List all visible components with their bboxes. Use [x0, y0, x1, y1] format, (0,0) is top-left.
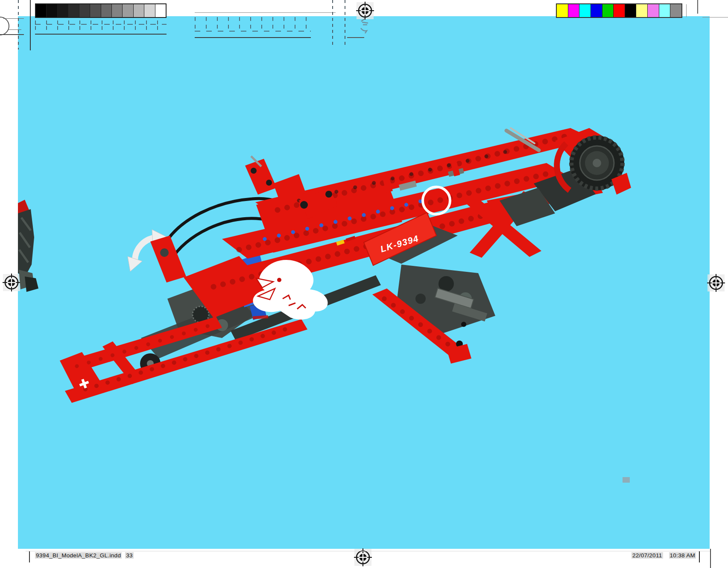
footer-tick	[29, 551, 30, 562]
color-bar	[556, 3, 682, 18]
calibration-swatch	[625, 4, 637, 17]
calibration-swatch	[579, 4, 591, 17]
calibration-swatch	[101, 4, 112, 17]
fold-mark-vertical	[332, 0, 333, 45]
fold-tick-row	[195, 17, 311, 21]
footer-time: 10:38 AM	[669, 552, 696, 559]
trim-line	[347, 37, 364, 38]
calibration-swatch	[58, 4, 68, 17]
grayscale-calibration-bar	[35, 3, 167, 18]
registration-mark-icon	[707, 274, 725, 292]
calibration-swatch	[659, 4, 671, 17]
fold-dash-line	[195, 31, 311, 32]
registration-mark-icon	[2, 273, 21, 292]
calibration-swatch	[79, 4, 90, 17]
calibration-swatch	[123, 4, 133, 17]
instruction-page-canvas	[18, 16, 710, 549]
prepress-proof-page: { "document": { "type": "lego-building-i…	[0, 0, 728, 568]
trim-line	[35, 34, 167, 35]
corner-crop-mark-horizontal	[702, 17, 728, 17]
footer-datetime: 22/07/201110:38 AM	[632, 552, 696, 559]
fold-tick-row	[35, 26, 167, 30]
note-line	[8, 29, 21, 30]
edge-target-circle	[0, 17, 9, 35]
filename-text: 9394_BI_ModelA_BK2_GL.indd	[35, 552, 122, 559]
calibration-swatch	[144, 4, 155, 17]
crosshair-target-icon	[356, 1, 374, 20]
footer-filename: 9394_BI_ModelA_BK2_GL.indd 33	[35, 552, 134, 559]
calibration-swatch	[112, 4, 123, 17]
trim-line	[195, 12, 336, 13]
calibration-swatch	[602, 4, 614, 17]
footer-date: 22/07/2011	[632, 552, 663, 559]
calibration-swatch	[36, 4, 47, 17]
calibration-swatch	[614, 4, 625, 17]
fold-mark-vertical	[345, 0, 345, 45]
calibration-swatch	[155, 4, 166, 17]
note-line	[3, 18, 24, 19]
fold-dash-line	[35, 24, 167, 25]
calibration-swatch	[670, 4, 681, 17]
calibration-swatch	[557, 4, 568, 17]
crosshair-target-icon	[707, 274, 725, 292]
trim-line	[195, 37, 311, 38]
footer-tick	[699, 551, 700, 562]
calibration-swatch	[648, 4, 659, 17]
fold-tick-row	[195, 25, 311, 29]
registration-mark-icon	[356, 1, 374, 20]
calibration-swatch	[134, 4, 144, 17]
calibration-swatch	[636, 4, 648, 17]
crop-mark-vertical	[30, 0, 31, 50]
footer-rule	[26, 551, 710, 551]
crosshair-target-icon	[2, 273, 21, 292]
page-number: 33	[125, 552, 134, 559]
calibration-swatch	[47, 4, 57, 17]
calibration-swatch	[568, 4, 580, 17]
corner-crop-mark-vertical	[697, 0, 698, 14]
calibration-swatch	[68, 4, 79, 17]
stray-mark	[623, 477, 630, 483]
corner-crop-mark-vertical	[710, 549, 711, 568]
fold-mark-vertical	[18, 0, 19, 50]
calibration-swatch	[90, 4, 101, 17]
note-line	[0, 34, 24, 35]
calibration-swatch	[591, 4, 602, 17]
crop-mark-tick	[686, 4, 687, 17]
